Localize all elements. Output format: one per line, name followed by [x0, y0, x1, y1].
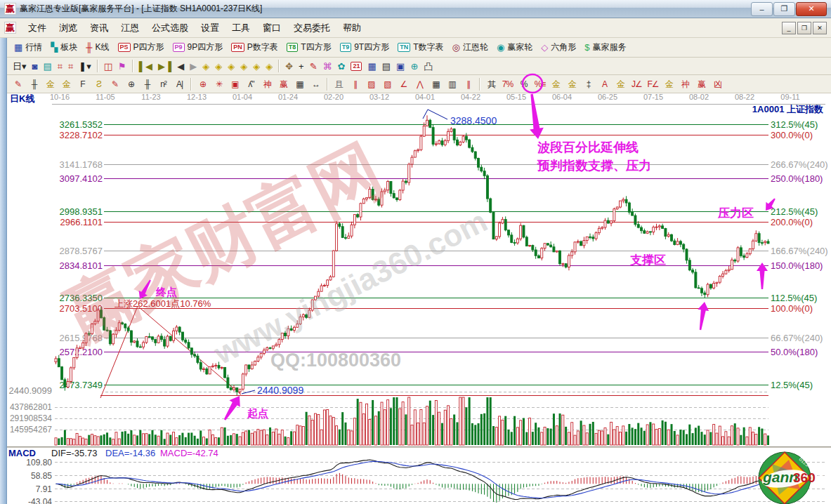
left-scroll-strip[interactable]: [0, 38, 7, 504]
width-measure-button[interactable]: ↔: [308, 79, 324, 89]
hand-tool-button[interactable]: ✥: [283, 61, 295, 72]
title-bar[interactable]: 赢 赢家江恩专业版[赢家服务平台] - [上证指数 SH1A0001-237日K…: [0, 0, 831, 18]
p-number-table-button[interactable]: PNP数字表: [228, 41, 282, 54]
crosshair-tool-button[interactable]: +: [296, 61, 306, 72]
target-circle-button[interactable]: ⊕: [195, 79, 211, 89]
percent-extension-lines-button[interactable]: %≡: [532, 79, 548, 89]
9p-square-button[interactable]: P99P四方形: [169, 41, 227, 54]
menu-item-2[interactable]: 资讯: [84, 20, 114, 37]
analysis-window-button[interactable]: ✿: [336, 61, 348, 72]
wave-a-button[interactable]: A: [596, 79, 613, 89]
menu-item-7[interactable]: 窗口: [256, 20, 287, 37]
annotate-pen-button[interactable]: ✎: [308, 61, 320, 72]
bars-9-button[interactable]: ⌗: [66, 61, 75, 72]
box-plain-button[interactable]: 且: [331, 79, 347, 89]
save-button[interactable]: ▣: [394, 61, 407, 72]
gann-grid-button[interactable]: ╫: [26, 79, 42, 89]
gann-tools-window-button[interactable]: ⌘: [321, 61, 334, 72]
child-minimize-button[interactable]: _: [782, 22, 796, 34]
box-x-button[interactable]: 凶: [709, 79, 726, 89]
next-bar-button[interactable]: ▶: [188, 61, 199, 72]
winner-wheel-button[interactable]: ◉赢家轮: [493, 41, 536, 54]
hatch-box-2-button[interactable]: ▧: [379, 79, 395, 89]
kline-button[interactable]: ╫K线: [82, 41, 112, 54]
grid-dark-2-button[interactable]: ▥: [444, 79, 460, 89]
fan-lines-button[interactable]: ∥: [347, 79, 363, 89]
t-square-button[interactable]: T8T四方形: [283, 41, 335, 54]
hatch-box-1-button[interactable]: ▨: [363, 79, 379, 89]
t-number-table-button[interactable]: TNT数字表: [394, 41, 447, 54]
export-web-button[interactable]: ⊕: [408, 61, 420, 72]
box-target-button[interactable]: ▣: [227, 79, 243, 89]
hexagon-button[interactable]: ◇六角形: [537, 41, 580, 54]
grid-dark-1-button[interactable]: ▦: [428, 79, 444, 89]
gold-angle-button[interactable]: 金: [661, 79, 677, 89]
j-angle-button[interactable]: J∠: [629, 79, 645, 89]
pencil-angle-button[interactable]: ✎: [107, 79, 123, 89]
price-mark-button[interactable]: ʎ": [243, 79, 259, 89]
menu-item-3[interactable]: 江恩: [114, 20, 145, 37]
menu-item-0[interactable]: 文件: [22, 20, 53, 37]
period-menu-button[interactable]: ❚▾: [77, 61, 93, 72]
notebook-button[interactable]: ▤: [380, 61, 393, 72]
zoom-out-y-button[interactable]: ◈: [263, 61, 275, 72]
burst-button[interactable]: ✳: [211, 79, 227, 89]
menu-item-1[interactable]: 浏览: [53, 20, 84, 37]
spiral-button[interactable]: Ƨ: [91, 79, 107, 89]
9t-square-button[interactable]: T99T四方形: [336, 41, 393, 54]
calculator-button[interactable]: ▦: [365, 61, 378, 72]
info-card-button[interactable]: ▤: [41, 61, 53, 72]
jump-first-button[interactable]: ▌◀: [137, 61, 155, 72]
candle-style-menu-button[interactable]: 日▾: [11, 61, 29, 72]
flag-pole-button[interactable]: ‡: [580, 79, 596, 89]
gann-circle-button[interactable]: ⊕: [123, 79, 139, 89]
bars-3-button[interactable]: ⌗: [55, 61, 65, 72]
gann-wheel-button[interactable]: ◎江恩轮: [449, 41, 492, 54]
menu-item-8[interactable]: 交易委托: [287, 20, 336, 37]
golden-ratio-2-button[interactable]: 金: [58, 79, 74, 89]
zoom-right-button[interactable]: ◈: [213, 61, 224, 72]
quotes-button[interactable]: ▦行情: [11, 41, 46, 54]
shen-2-button[interactable]: 祌: [677, 79, 693, 89]
grid-123-button[interactable]: ▦: [292, 79, 308, 89]
panel-divider[interactable]: [7, 446, 831, 449]
fibonacci-button[interactable]: F: [74, 79, 91, 89]
gold-2-button[interactable]: 金: [613, 79, 629, 89]
calendar-21-button[interactable]: 21: [348, 61, 364, 72]
winner-service-button[interactable]: $赢家服务: [581, 41, 629, 54]
ying-2-button[interactable]: 赢: [693, 79, 709, 89]
maximize-button[interactable]: ❐: [773, 2, 795, 16]
menu-item-9[interactable]: 帮助: [336, 20, 367, 37]
shen-tool-button[interactable]: 神: [259, 79, 275, 89]
menu-item-4[interactable]: 公式选股: [145, 20, 195, 37]
zoom-in-x-button[interactable]: ◈: [225, 61, 237, 72]
gold-circle-button[interactable]: 金: [548, 79, 564, 89]
slashes-button[interactable]: ∥: [460, 79, 476, 89]
close-button[interactable]: ✕: [796, 2, 827, 16]
gold-lines-button[interactable]: 金: [564, 79, 580, 89]
menu-item-5[interactable]: 设置: [195, 20, 225, 37]
indicator-flag-button[interactable]: ⚑: [116, 61, 129, 72]
child-restore-button[interactable]: ❐: [797, 22, 811, 34]
square-of-n-button[interactable]: n²: [155, 79, 171, 89]
zoom-in-y-button[interactable]: ◈: [251, 61, 262, 72]
sectors-button[interactable]: ▚板块: [47, 41, 81, 54]
print-button[interactable]: 凸: [421, 61, 435, 72]
child-close-button[interactable]: ✕: [813, 22, 827, 34]
angle-lines-button[interactable]: ∠: [395, 79, 412, 89]
pencil-button[interactable]: ✎: [10, 79, 26, 89]
minimize-button[interactable]: –: [751, 2, 773, 16]
percent-button[interactable]: %: [516, 79, 532, 89]
p-square-button[interactable]: PSP四方形: [114, 41, 168, 54]
pattern-window-button[interactable]: ◙: [30, 61, 40, 72]
f-angle-button[interactable]: F∠: [645, 79, 661, 89]
vee-wave-button[interactable]: ⋀: [412, 79, 428, 89]
prev-bar-button[interactable]: ◀: [175, 61, 186, 72]
angle-a-button[interactable]: A|: [171, 79, 188, 89]
ratio-box-button[interactable]: 其: [483, 79, 499, 89]
zoom-left-button[interactable]: ◈: [200, 61, 211, 72]
menu-item-6[interactable]: 工具: [225, 20, 256, 37]
zoom-out-x-button[interactable]: ◈: [238, 61, 249, 72]
time-lines-button[interactable]: ╫: [139, 79, 155, 89]
zigzag-window-button[interactable]: ◫: [102, 61, 114, 72]
